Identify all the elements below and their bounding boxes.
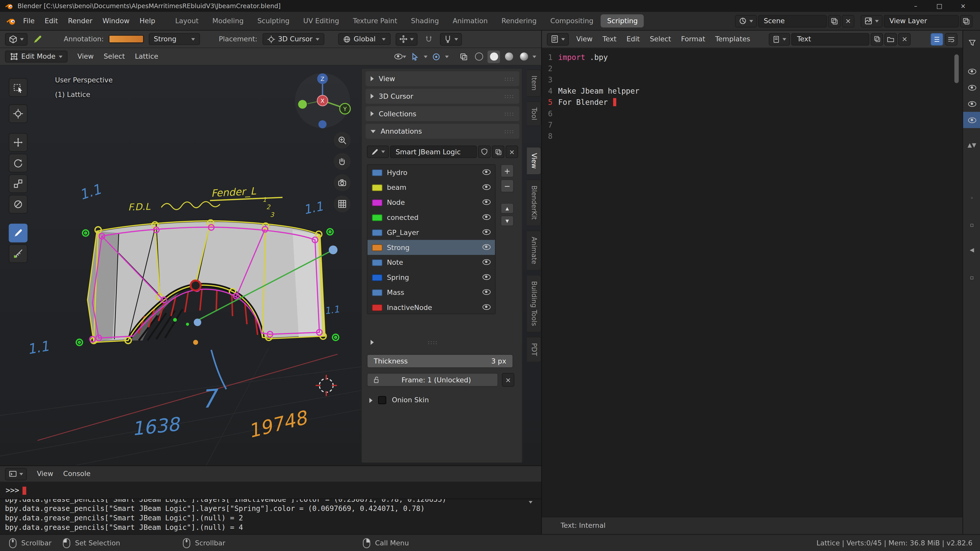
navigation-gizmo[interactable]: Z Y X bbox=[286, 69, 356, 135]
grid-view-button[interactable] bbox=[334, 196, 351, 213]
text-editor-menu-item[interactable]: Text bbox=[597, 35, 621, 43]
viewport-menu-item[interactable]: View bbox=[73, 52, 99, 61]
list-resize-grip[interactable]: :::: bbox=[428, 339, 438, 345]
editor-type-menu-text[interactable] bbox=[547, 33, 569, 45]
annotation-layer-row[interactable]: Strong bbox=[368, 240, 495, 255]
move-layer-down-button[interactable]: ▼ bbox=[501, 216, 514, 226]
unlink-scene-button[interactable]: × bbox=[842, 15, 854, 27]
workspace-tab[interactable]: Rendering bbox=[495, 14, 543, 27]
workspace-tab[interactable]: Scripting bbox=[601, 14, 644, 27]
code-line[interactable]: 7 bbox=[542, 119, 963, 130]
console-history[interactable]: bpy.data.grease_pencils["Smart JBeam Log… bbox=[0, 499, 541, 534]
layer-color-swatch[interactable] bbox=[372, 304, 383, 311]
workspace-tab[interactable]: UV Editing bbox=[297, 14, 345, 27]
layer-color-swatch[interactable] bbox=[372, 244, 383, 251]
annotation-layer-row[interactable]: GP_Layer bbox=[368, 225, 495, 240]
code-line[interactable]: 6 bbox=[542, 108, 963, 119]
onion-expand-arrow-icon[interactable] bbox=[369, 398, 372, 403]
sidebar-tab[interactable]: Tool bbox=[527, 101, 541, 127]
annotation-color-swatch[interactable] bbox=[109, 35, 144, 43]
shading-solid-button[interactable] bbox=[487, 50, 500, 63]
panel-grip-icon[interactable]: :::: bbox=[504, 128, 514, 134]
sidebar-tab[interactable]: Building Tools bbox=[527, 275, 541, 332]
annotation-layer-select[interactable]: Strong bbox=[149, 33, 200, 45]
topbar-menu-item[interactable]: Help bbox=[135, 17, 160, 25]
console-scroll-arrow-icon[interactable] bbox=[529, 501, 533, 503]
workspace-tab[interactable]: Layout bbox=[169, 14, 205, 27]
collapse-panel-arrow[interactable]: ◀ bbox=[963, 242, 980, 258]
outliner-filter-icon[interactable] bbox=[963, 35, 980, 51]
gizmo-x-label[interactable]: X bbox=[321, 98, 325, 104]
annotation-layer-row[interactable]: Note bbox=[368, 255, 495, 270]
tool-tweak-select[interactable] bbox=[9, 78, 27, 97]
text-editor-menu-item[interactable]: Templates bbox=[710, 35, 755, 43]
code-line[interactable]: 8 bbox=[542, 130, 963, 142]
layer-color-swatch[interactable] bbox=[372, 169, 383, 176]
mode-select[interactable]: Edit Mode bbox=[5, 51, 67, 62]
layer-color-swatch[interactable] bbox=[372, 184, 383, 191]
editor-type-menu-console[interactable] bbox=[5, 468, 27, 480]
panel-header-annotations[interactable]: Annotations :::: bbox=[366, 124, 519, 139]
annotation-layer-row[interactable]: Node bbox=[368, 195, 495, 210]
strip-icon[interactable]: ◦ bbox=[963, 190, 980, 206]
pivot-point-menu[interactable] bbox=[396, 33, 417, 45]
console-menu-item[interactable]: Console bbox=[58, 470, 95, 478]
onion-skin-checkbox[interactable] bbox=[378, 396, 387, 404]
visibility-toggle[interactable] bbox=[963, 63, 980, 79]
maximize-button[interactable]: □ bbox=[928, 3, 951, 10]
unlink-datablock-button[interactable]: × bbox=[506, 146, 518, 158]
text-editor-menu-item[interactable]: View bbox=[571, 35, 597, 43]
unlink-text-button[interactable]: × bbox=[898, 33, 911, 45]
layer-visibility-toggle[interactable] bbox=[483, 183, 491, 192]
viewport-menu-item[interactable]: Lattice bbox=[130, 52, 163, 61]
tool-scale[interactable] bbox=[9, 174, 27, 193]
panel-grip-icon[interactable]: :::: bbox=[504, 76, 514, 82]
panel-header-collections[interactable]: Collections :::: bbox=[366, 106, 519, 121]
code-line[interactable]: 1import .bpy bbox=[542, 52, 963, 63]
console-prompt-line[interactable]: >>> bbox=[0, 483, 541, 499]
placement-select[interactable]: 3D Cursor bbox=[262, 33, 325, 45]
move-layer-up-button[interactable]: ▲ bbox=[501, 203, 514, 214]
sidebar-tab[interactable]: Animate bbox=[527, 230, 541, 270]
show-gizmos-dropdown[interactable] bbox=[394, 50, 406, 63]
new-scene-button[interactable] bbox=[828, 15, 841, 27]
text-editor-menu-item[interactable]: Edit bbox=[621, 35, 645, 43]
workspace-tab[interactable]: Animation bbox=[446, 14, 494, 27]
snap-target-menu[interactable] bbox=[440, 33, 462, 45]
strip-icon[interactable]: ▫ bbox=[963, 269, 980, 286]
annotation-layer-row[interactable]: conected bbox=[368, 210, 495, 225]
code-line[interactable]: 5For Blender bbox=[542, 97, 963, 108]
viewport-canvas[interactable]: 1.1 1.1 1.1 1.1 7 1638 19748 Fender_L F.… bbox=[0, 65, 541, 465]
camera-view-button[interactable] bbox=[334, 174, 351, 191]
xray-toggle[interactable] bbox=[458, 50, 470, 63]
view-layer-name-field[interactable]: View Layer bbox=[884, 15, 959, 27]
layer-visibility-toggle[interactable] bbox=[483, 273, 491, 281]
panel-grip-icon[interactable]: :::: bbox=[504, 110, 514, 117]
panel-header-view[interactable]: View :::: bbox=[366, 71, 519, 86]
text-editor-menu-item[interactable]: Select bbox=[645, 35, 676, 43]
sidebar-tab[interactable]: BlenderKit bbox=[527, 179, 541, 226]
code-line[interactable]: 3 bbox=[542, 74, 963, 86]
viewport-menu-item[interactable]: Select bbox=[99, 52, 130, 61]
text-editor-scrollbar[interactable] bbox=[955, 54, 959, 83]
layer-visibility-toggle[interactable] bbox=[483, 213, 491, 221]
layer-color-swatch[interactable] bbox=[372, 259, 383, 266]
gizmo-z-label[interactable]: Z bbox=[321, 76, 325, 82]
frame-lock-button[interactable]: Frame: 1 (Unlocked) bbox=[367, 373, 498, 387]
layer-color-swatch[interactable] bbox=[372, 289, 383, 296]
visibility-toggle[interactable] bbox=[963, 96, 980, 112]
annotation-layer-row[interactable]: Spring bbox=[368, 270, 495, 285]
text-datablock-menu[interactable] bbox=[769, 33, 790, 45]
remove-layer-button[interactable]: − bbox=[501, 179, 514, 192]
annotation-layer-row[interactable]: beam bbox=[368, 180, 495, 195]
annotation-layer-row[interactable]: Hydro bbox=[368, 165, 495, 180]
layer-visibility-toggle[interactable] bbox=[483, 303, 491, 311]
layer-visibility-toggle[interactable] bbox=[483, 168, 491, 176]
annotation-datablock-menu[interactable] bbox=[367, 146, 389, 158]
editor-type-menu-3d[interactable] bbox=[5, 33, 27, 45]
selectability-toggle[interactable] bbox=[409, 50, 422, 63]
panel-grip-icon[interactable]: :::: bbox=[504, 93, 514, 99]
workspace-tab[interactable]: Shading bbox=[405, 14, 445, 27]
text-editor-body[interactable]: 1import .bpy234Make Jbeam helpper5For Bl… bbox=[542, 48, 963, 517]
panel-header-3d-cursor[interactable]: 3D Cursor :::: bbox=[366, 89, 519, 104]
